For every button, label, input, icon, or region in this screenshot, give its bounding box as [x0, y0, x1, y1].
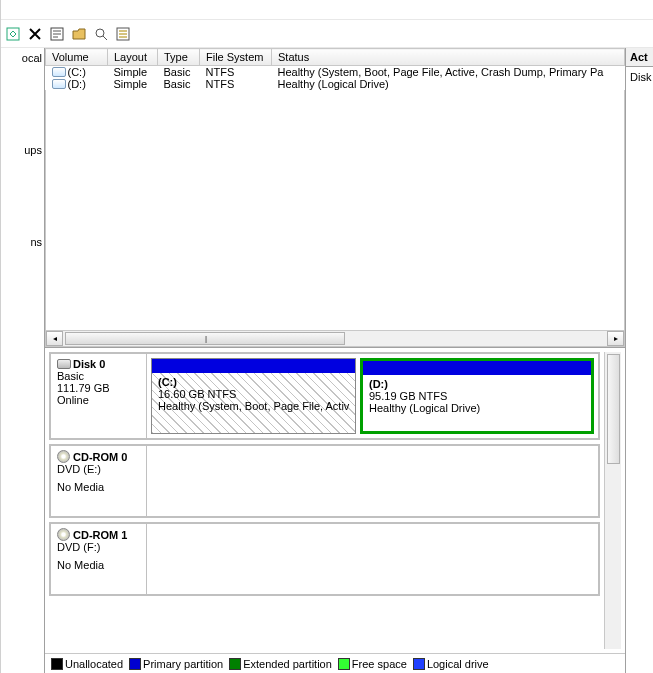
- partition-size: 95.19 GB NTFS: [369, 390, 447, 402]
- swatch-free: [338, 658, 350, 670]
- table-row[interactable]: (D:) Simple Basic NTFS Healthy (Logical …: [46, 78, 625, 90]
- tree-pane[interactable]: ocal ups ns: [1, 48, 45, 673]
- disk-label: CD-ROM 1 DVD (F:) No Media: [51, 524, 147, 594]
- disk-title: Disk 0: [73, 358, 105, 370]
- svg-rect-0: [7, 28, 19, 40]
- scroll-thumb[interactable]: |||: [65, 332, 345, 345]
- disk-label: Disk 0 Basic 111.79 GB Online: [51, 354, 147, 438]
- actions-item[interactable]: Disk: [626, 67, 653, 87]
- volume-fs: NTFS: [200, 78, 272, 90]
- drive-icon: [52, 67, 66, 77]
- scroll-left-icon[interactable]: ◂: [46, 331, 63, 346]
- volume-type: Basic: [158, 78, 200, 90]
- partition-header: [152, 359, 355, 373]
- swatch-logical: [413, 658, 425, 670]
- scroll-thumb[interactable]: [607, 354, 620, 464]
- volume-name: (C:): [68, 66, 86, 78]
- volume-fs: NTFS: [200, 66, 272, 79]
- volume-type: Basic: [158, 66, 200, 79]
- disk-status: No Media: [57, 559, 140, 571]
- volume-layout: Simple: [108, 66, 158, 79]
- vertical-scrollbar[interactable]: [604, 352, 621, 649]
- refresh-icon[interactable]: [5, 26, 21, 42]
- disk-title: CD-ROM 0: [73, 451, 127, 463]
- disk-title: CD-ROM 1: [73, 529, 127, 541]
- actions-pane[interactable]: Act Disk: [625, 48, 653, 673]
- col-fs[interactable]: File System: [200, 49, 272, 66]
- volume-status: Healthy (System, Boot, Page File, Active…: [272, 66, 625, 79]
- disk-type: Basic: [57, 370, 140, 382]
- scroll-right-icon[interactable]: ▸: [607, 331, 624, 346]
- titlebar-spacer: [1, 0, 653, 20]
- col-volume[interactable]: Volume: [46, 49, 108, 66]
- col-type[interactable]: Type: [158, 49, 200, 66]
- delete-icon[interactable]: [27, 26, 43, 42]
- partition-status: Healthy (Logical Drive): [369, 402, 480, 414]
- volume-layout: Simple: [108, 78, 158, 90]
- partition-header: [363, 361, 591, 375]
- disk-mount: DVD (E:): [57, 463, 140, 475]
- drive-icon: [52, 79, 66, 89]
- partition-name: (C:): [158, 376, 177, 388]
- legend-label: Unallocated: [65, 658, 123, 670]
- tree-item[interactable]: ns: [30, 236, 42, 248]
- settings-icon[interactable]: [115, 26, 131, 42]
- table-row[interactable]: (C:) Simple Basic NTFS Healthy (System, …: [46, 66, 625, 79]
- partition-size: 16.60 GB NTFS: [158, 388, 236, 400]
- disk-state: Online: [57, 394, 140, 406]
- legend-label: Free space: [352, 658, 407, 670]
- partition-name: (D:): [369, 378, 388, 390]
- disk-row-disk0[interactable]: Disk 0 Basic 111.79 GB Online (C:) 16.60…: [49, 352, 600, 440]
- horizontal-scrollbar[interactable]: ◂ ||| ▸: [45, 330, 625, 347]
- legend-label: Extended partition: [243, 658, 332, 670]
- cdrom-icon: [57, 528, 70, 541]
- disk-status: No Media: [57, 481, 140, 493]
- volume-name: (D:): [68, 78, 86, 90]
- partition-status: Healthy (System, Boot, Page File, Activ: [158, 400, 349, 412]
- legend-label: Primary partition: [143, 658, 223, 670]
- partition-c[interactable]: (C:) 16.60 GB NTFS Healthy (System, Boot…: [151, 358, 356, 434]
- partition-d[interactable]: (D:) 95.19 GB NTFS Healthy (Logical Driv…: [360, 358, 594, 434]
- open-icon[interactable]: [71, 26, 87, 42]
- find-icon[interactable]: [93, 26, 109, 42]
- disk-icon: [57, 359, 71, 369]
- svg-point-2: [96, 29, 104, 37]
- tree-item[interactable]: ocal: [22, 52, 42, 64]
- disk-size: 111.79 GB: [57, 382, 140, 394]
- actions-header: Act: [626, 48, 653, 67]
- swatch-extended: [229, 658, 241, 670]
- swatch-unallocated: [51, 658, 63, 670]
- disk-mount: DVD (F:): [57, 541, 140, 553]
- volume-table[interactable]: Volume Layout Type File System Status (C…: [45, 48, 625, 90]
- tree-item[interactable]: ups: [24, 144, 42, 156]
- main-pane: Volume Layout Type File System Status (C…: [45, 48, 625, 673]
- toolbar: [1, 20, 653, 48]
- volume-status: Healthy (Logical Drive): [272, 78, 625, 90]
- legend-label: Logical drive: [427, 658, 489, 670]
- swatch-primary: [129, 658, 141, 670]
- col-layout[interactable]: Layout: [108, 49, 158, 66]
- disk-row-cdrom0[interactable]: CD-ROM 0 DVD (E:) No Media: [49, 444, 600, 518]
- properties-icon[interactable]: [49, 26, 65, 42]
- legend: Unallocated Primary partition Extended p…: [45, 653, 625, 673]
- col-status[interactable]: Status: [272, 49, 625, 66]
- cdrom-icon: [57, 450, 70, 463]
- disk-row-cdrom1[interactable]: CD-ROM 1 DVD (F:) No Media: [49, 522, 600, 596]
- disk-label: CD-ROM 0 DVD (E:) No Media: [51, 446, 147, 516]
